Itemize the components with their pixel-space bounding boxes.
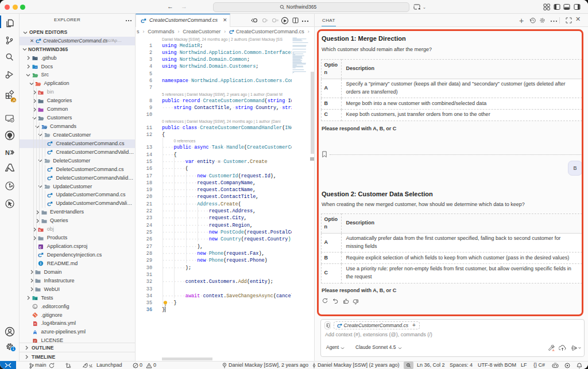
svg-text:C: C	[47, 149, 51, 155]
svg-text:N: N	[5, 149, 10, 156]
svg-text:b: b	[39, 92, 41, 95]
svg-text:C: C	[337, 323, 341, 328]
svg-text:C: C	[229, 29, 233, 34]
svg-text:C: C	[47, 141, 51, 146]
svg-text:C: C	[38, 252, 42, 258]
svg-text:C: C	[141, 18, 145, 24]
svg-text:b: b	[39, 229, 41, 232]
svg-text:c: c	[39, 244, 41, 248]
svg-text:C: C	[47, 201, 51, 207]
svg-text:C: C	[47, 166, 51, 172]
svg-text:C: C	[47, 175, 51, 181]
svg-text:C: C	[47, 192, 51, 198]
svg-text:C: C	[36, 38, 40, 44]
